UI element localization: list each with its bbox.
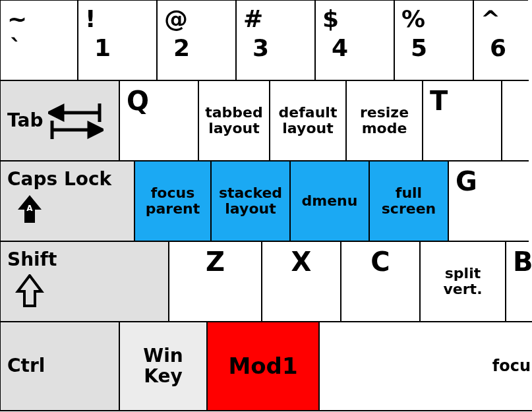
action-line2: mode xyxy=(362,121,407,136)
action-line2: vert. xyxy=(444,281,483,297)
keyboard-diagram: ~ ` ! 1 @ 2 # 3 $ 4 % 5 ^ 6 Tab xyxy=(0,0,532,412)
key-c[interactable]: C xyxy=(340,241,421,322)
key-letter-label: C xyxy=(370,247,390,276)
key-lower: 1 xyxy=(85,35,111,61)
row-a: Caps Lock A focus parent stacked layout … xyxy=(0,161,532,243)
key-upper: $ xyxy=(322,6,339,32)
key-2[interactable]: @ 2 xyxy=(156,0,237,81)
ctrl-label: Ctrl xyxy=(7,356,45,376)
key-ctrl[interactable]: Ctrl xyxy=(0,321,120,411)
focus-partial-label: focu xyxy=(492,357,531,374)
key-upper: # xyxy=(243,6,263,32)
svg-marker-5 xyxy=(89,123,102,136)
key-d-dmenu[interactable]: dmenu xyxy=(289,160,370,242)
key-space-partial[interactable]: focu xyxy=(318,321,532,411)
key-upper: ^ xyxy=(481,6,500,32)
key-letter-label: Q xyxy=(127,86,149,115)
action-line1: focus xyxy=(151,185,194,201)
key-alt-mod1[interactable]: Mod1 xyxy=(206,321,320,411)
row-number: ~ ` ! 1 @ 2 # 3 $ 4 % 5 ^ 6 xyxy=(0,0,532,82)
key-y-partial[interactable] xyxy=(501,80,529,162)
key-q[interactable]: Q xyxy=(119,80,199,162)
key-v-split-vert[interactable]: split vert. xyxy=(419,241,506,322)
shift-label: Shift xyxy=(7,250,57,270)
key-shift[interactable]: Shift xyxy=(0,241,169,322)
action-line1: stacked xyxy=(219,185,282,201)
win-line1: Win xyxy=(143,345,183,367)
key-upper: ~ xyxy=(7,6,27,32)
action-line2: layout xyxy=(282,121,333,136)
key-a-focus-parent[interactable]: focus parent xyxy=(134,160,212,242)
key-t[interactable]: T xyxy=(422,80,502,162)
key-z[interactable]: Z xyxy=(168,241,262,322)
row-q: Tab Q tabbed layout default layout res xyxy=(0,80,532,162)
key-letter-label: G xyxy=(456,167,477,196)
action-line1: split xyxy=(445,266,481,281)
key-capslock[interactable]: Caps Lock A xyxy=(0,160,135,242)
key-lower: 4 xyxy=(322,35,348,61)
key-g[interactable]: G xyxy=(448,160,528,242)
action-line2: screen xyxy=(382,201,436,217)
action-line1: resize xyxy=(360,105,409,121)
key-upper: @ xyxy=(164,6,188,32)
key-1[interactable]: ! 1 xyxy=(77,0,158,81)
key-lower: 6 xyxy=(481,35,506,61)
row-ctrl: Ctrl Win Key Mod1 focu xyxy=(0,322,532,412)
key-3[interactable]: # 3 xyxy=(235,0,316,81)
action-line2: layout xyxy=(208,121,259,136)
key-5[interactable]: % 5 xyxy=(394,0,474,81)
key-upper: % xyxy=(401,6,425,32)
action-line1: default xyxy=(279,105,338,121)
action-line2: layout xyxy=(225,201,276,217)
row-z: Shift Z X C split vert. B xyxy=(0,241,532,323)
key-4[interactable]: $ 4 xyxy=(314,0,395,81)
key-letter-label: X xyxy=(291,247,312,276)
action-line1: tabbed xyxy=(205,105,263,121)
key-letter-label: Z xyxy=(206,247,225,276)
key-lower: ` xyxy=(7,35,22,61)
action-line2: parent xyxy=(146,201,200,217)
key-f-fullscreen[interactable]: full screen xyxy=(369,160,449,242)
svg-marker-2 xyxy=(49,106,63,119)
key-tab[interactable]: Tab xyxy=(0,80,120,162)
action-line1: full xyxy=(396,185,422,201)
capslock-arrow-icon: A xyxy=(15,194,44,225)
key-e-default-layout[interactable]: default layout xyxy=(269,80,347,162)
tab-label: Tab xyxy=(7,111,43,131)
key-lower: 5 xyxy=(401,35,427,61)
key-letter-label: T xyxy=(430,86,448,115)
key-w-tabbed-layout[interactable]: tabbed layout xyxy=(198,80,270,162)
key-b-partial[interactable]: B xyxy=(505,241,529,322)
key-letter-label: B xyxy=(513,247,532,276)
capslock-label: Caps Lock xyxy=(7,169,111,190)
key-6-partial[interactable]: ^ 6 xyxy=(473,0,528,81)
key-lower: 3 xyxy=(243,35,269,61)
tab-arrows-icon xyxy=(48,101,103,140)
svg-marker-8 xyxy=(18,276,42,306)
key-lower: 2 xyxy=(164,35,190,61)
key-s-stacked-layout[interactable]: stacked layout xyxy=(210,160,291,242)
action-line1: dmenu xyxy=(302,193,358,209)
key-upper: ! xyxy=(85,6,96,32)
key-x[interactable]: X xyxy=(261,241,341,322)
key-r-resize-mode[interactable]: resize mode xyxy=(345,80,423,162)
svg-text:A: A xyxy=(26,204,33,213)
win-line2: Key xyxy=(144,365,182,387)
key-backtick[interactable]: ~ ` xyxy=(0,0,78,81)
key-win[interactable]: Win Key xyxy=(119,321,208,411)
mod1-label: Mod1 xyxy=(228,354,297,378)
shift-arrow-icon xyxy=(15,274,44,309)
